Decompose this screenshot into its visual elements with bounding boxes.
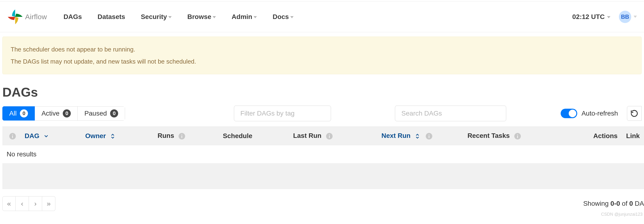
col-label: DAG (24, 132, 39, 140)
navbar: Airflow DAGs Datasets Security Browse Ad… (0, 2, 644, 32)
svg-rect-8 (329, 134, 330, 135)
chevron-down-icon (168, 16, 172, 18)
col-label: Recent Tasks (467, 132, 510, 139)
airflow-logo-icon (7, 9, 23, 25)
col-owner[interactable]: Owner (81, 127, 153, 145)
nav-item-security[interactable]: Security (141, 13, 172, 21)
brand-text: Airflow (25, 13, 47, 21)
svg-rect-11 (429, 134, 430, 135)
svg-rect-14 (517, 134, 518, 135)
user-menu[interactable]: BB (619, 11, 637, 23)
dag-state-filter: All 0 Active 0 Paused 0 (2, 106, 125, 121)
no-results-text: No results (2, 145, 644, 163)
filter-all-button[interactable]: All 0 (2, 106, 35, 121)
dags-table: DAG Owner Runs Schedule L (2, 127, 644, 164)
svg-rect-2 (12, 134, 13, 135)
col-label: Last Run (293, 132, 322, 139)
sort-icon (415, 133, 420, 140)
col-next-run[interactable]: Next Run (377, 127, 463, 145)
nav-item-label: Admin (232, 13, 252, 21)
chevron-down-icon (634, 16, 637, 18)
info-icon[interactable] (326, 133, 333, 140)
col-label: Schedule (223, 132, 252, 140)
filter-label: All (9, 110, 16, 117)
col-label: Actions (593, 132, 618, 140)
nav-item-label: DAGs (64, 13, 82, 21)
alert-line: The DAGs list may not update, and new ta… (11, 56, 633, 68)
info-icon[interactable] (9, 133, 16, 140)
chevron-down-icon (607, 16, 610, 18)
nav-item-label: Docs (272, 13, 288, 21)
page-last-button[interactable]: » (42, 196, 56, 211)
pagination: « ‹ › » (2, 196, 56, 211)
nav-item-browse[interactable]: Browse (187, 13, 216, 21)
chevron-down-icon (254, 16, 257, 18)
sort-icon (110, 133, 115, 140)
filter-row: All 0 Active 0 Paused 0 Auto-refresh (2, 105, 642, 121)
refresh-button[interactable] (627, 106, 642, 121)
summary-total: 0 (629, 200, 633, 207)
filter-paused-button[interactable]: Paused 0 (78, 106, 125, 121)
alert-line: The scheduler does not appear to be runn… (11, 43, 633, 56)
col-schedule: Schedule (218, 127, 289, 145)
toggle-knob (569, 110, 576, 117)
summary-range: 0-0 (610, 200, 620, 207)
refresh-icon (630, 109, 638, 118)
chevron-down-icon (44, 134, 49, 139)
page-first-button[interactable]: « (2, 196, 16, 211)
svg-rect-5 (182, 134, 182, 135)
col-label: Runs (158, 132, 174, 139)
summary-prefix: Showing (583, 200, 610, 207)
table-row-empty: No results (2, 145, 644, 163)
summary-mid: of (620, 200, 629, 207)
brand[interactable]: Airflow (7, 9, 47, 25)
col-actions: Actions (588, 127, 622, 145)
col-links: Link (622, 127, 644, 145)
nav-links: DAGs Datasets Security Browse Admin Docs (64, 13, 294, 21)
nav-item-dags[interactable]: DAGs (64, 13, 82, 21)
col-label: Link (626, 132, 640, 140)
footer: « ‹ › » Showing 0-0 of 0 DA (2, 196, 644, 211)
nav-item-label: Browse (187, 13, 211, 21)
info-icon[interactable] (178, 133, 186, 140)
clock[interactable]: 02:12 UTC (572, 13, 610, 21)
col-recent-tasks: Recent Tasks (463, 127, 588, 145)
search-dags-input[interactable] (395, 105, 506, 121)
count-badge: 0 (110, 109, 118, 118)
col-runs: Runs (154, 127, 219, 145)
svg-rect-10 (429, 136, 430, 138)
result-summary: Showing 0-0 of 0 DA (583, 200, 644, 207)
filter-label: Paused (84, 110, 107, 117)
filter-label: Active (42, 110, 60, 117)
nav-item-datasets[interactable]: Datasets (98, 13, 125, 21)
scheduler-warning-alert: The scheduler does not appear to be runn… (2, 37, 642, 74)
nav-item-label: Security (141, 13, 167, 21)
count-badge: 0 (63, 109, 71, 118)
svg-rect-13 (517, 136, 518, 138)
info-icon[interactable] (426, 133, 432, 140)
page-title: DAGs (2, 85, 642, 99)
col-label: Next Run (382, 132, 410, 139)
svg-rect-4 (182, 136, 182, 138)
nav-item-label: Datasets (98, 13, 125, 21)
col-last-run: Last Run (289, 127, 377, 145)
summary-suffix: DA (633, 200, 644, 207)
table-stripe (2, 164, 644, 189)
page-prev-button[interactable]: ‹ (16, 196, 29, 211)
nav-item-docs[interactable]: Docs (272, 13, 293, 21)
col-dag[interactable]: DAG (20, 127, 81, 145)
clock-text: 02:12 UTC (572, 13, 605, 21)
info-icon[interactable] (514, 133, 521, 140)
count-badge: 0 (20, 109, 28, 118)
chevron-down-icon (290, 16, 294, 18)
auto-refresh-toggle[interactable] (561, 109, 577, 118)
avatar: BB (619, 11, 631, 23)
svg-rect-7 (329, 136, 330, 138)
col-label: Owner (85, 132, 106, 140)
svg-rect-1 (12, 136, 13, 138)
page-next-button[interactable]: › (29, 196, 42, 211)
auto-refresh-label: Auto-refresh (582, 110, 618, 117)
filter-tags-input[interactable] (234, 105, 331, 121)
filter-active-button[interactable]: Active 0 (35, 106, 78, 121)
nav-item-admin[interactable]: Admin (232, 13, 257, 21)
